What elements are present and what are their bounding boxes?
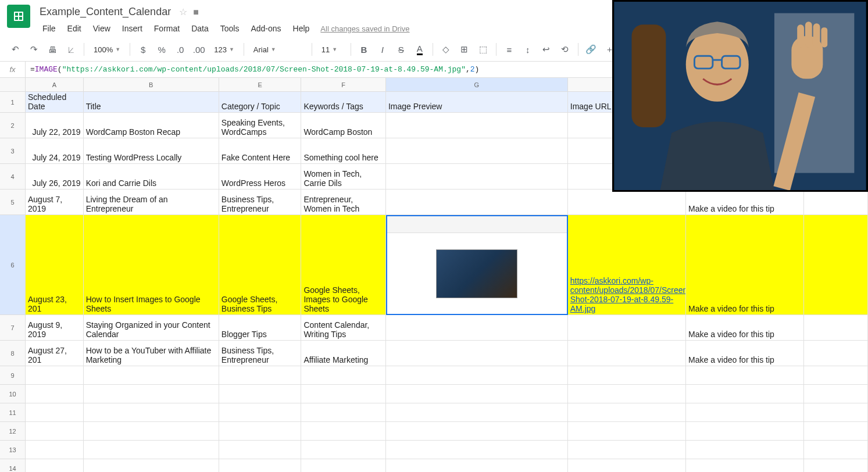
cell-J14[interactable] xyxy=(804,459,868,472)
cell-I14[interactable] xyxy=(686,459,804,472)
text-color-button[interactable]: A xyxy=(412,41,428,58)
cell-E11[interactable] xyxy=(219,403,302,422)
cell-G4[interactable] xyxy=(386,164,568,189)
row-header-13[interactable]: 13 xyxy=(0,441,26,459)
menu-edit[interactable]: Edit xyxy=(62,22,87,35)
cell-A14[interactable] xyxy=(26,459,84,472)
cell-B9[interactable] xyxy=(84,366,219,385)
rotate-button[interactable]: ⟲ xyxy=(557,41,573,58)
row-header-10[interactable]: 10 xyxy=(0,385,26,403)
merge-button[interactable]: ⬚ xyxy=(475,41,491,58)
print-button[interactable]: 🖶 xyxy=(44,41,60,58)
cell-B2[interactable]: WordCamp Boston Recap xyxy=(84,113,219,138)
cell-I12[interactable] xyxy=(686,422,804,441)
cell-H10[interactable] xyxy=(568,385,686,403)
row-header-1[interactable]: 1 xyxy=(0,92,26,113)
cell-E8[interactable]: Business Tips, Entrepreneur xyxy=(219,341,302,366)
image-url-link[interactable]: https://askkori.com/wp-content/uploads/2… xyxy=(570,276,686,313)
increase-decimal-button[interactable]: .00 xyxy=(191,41,207,58)
bold-button[interactable]: B xyxy=(356,41,372,58)
col-header-F[interactable]: F xyxy=(301,78,386,92)
halign-button[interactable]: ≡ xyxy=(501,41,517,58)
col-header-B[interactable]: B xyxy=(84,78,219,92)
cell-A13[interactable] xyxy=(26,441,84,459)
col-header-G[interactable]: G xyxy=(386,78,568,92)
link-button[interactable]: 🔗 xyxy=(583,41,599,58)
folder-icon[interactable]: ■ xyxy=(193,7,199,17)
cell-G1[interactable]: Image Preview xyxy=(386,92,568,113)
cell-J12[interactable] xyxy=(804,422,868,441)
cell-B12[interactable] xyxy=(84,422,219,441)
cell-I10[interactable] xyxy=(686,385,804,403)
cell-A9[interactable] xyxy=(26,366,84,385)
paint-format-button[interactable]: ⟀ xyxy=(63,41,79,58)
cell-E5[interactable]: Business Tips, Entrepreneur xyxy=(219,189,302,215)
select-all-corner[interactable] xyxy=(0,78,26,92)
menu-insert[interactable]: Insert xyxy=(117,22,148,35)
cell-J7[interactable] xyxy=(804,315,868,341)
redo-button[interactable]: ↷ xyxy=(26,41,42,58)
cell-B10[interactable] xyxy=(84,385,219,403)
row-header-4[interactable]: 4 xyxy=(0,164,26,189)
cell-B7[interactable]: Staying Organized in your Content Calend… xyxy=(84,315,219,341)
cell-G10[interactable] xyxy=(386,385,568,403)
cell-E12[interactable] xyxy=(219,422,302,441)
cell-F1[interactable]: Keywords / Tags xyxy=(301,92,386,113)
cell-G9[interactable] xyxy=(386,366,568,385)
menu-format[interactable]: Format xyxy=(149,22,185,35)
cell-G8[interactable] xyxy=(386,341,568,366)
cell-B3[interactable]: Testing WordPress Locally xyxy=(84,138,219,164)
sheets-logo[interactable] xyxy=(7,5,30,28)
undo-button[interactable]: ↶ xyxy=(7,41,23,58)
strike-button[interactable]: S xyxy=(393,41,409,58)
cell-F2[interactable]: WordCamp Boston xyxy=(301,113,386,138)
cell-A11[interactable] xyxy=(26,403,84,422)
cell-A2[interactable]: July 22, 2019 xyxy=(26,113,84,138)
cell-F13[interactable] xyxy=(301,441,386,459)
cell-E9[interactable] xyxy=(219,366,302,385)
menu-help[interactable]: Help xyxy=(288,22,315,35)
cell-E14[interactable] xyxy=(219,459,302,472)
cell-H11[interactable] xyxy=(568,403,686,422)
row-header-6[interactable]: 6 xyxy=(0,215,26,315)
cell-I5[interactable]: Make a video for this tip xyxy=(686,189,804,215)
row-header-2[interactable]: 2 xyxy=(0,113,26,138)
cell-H9[interactable] xyxy=(568,366,686,385)
cell-E4[interactable]: WordPress Heros xyxy=(219,164,302,189)
star-icon[interactable]: ☆ xyxy=(179,6,187,17)
fill-color-button[interactable]: ◇ xyxy=(438,41,454,58)
cell-I11[interactable] xyxy=(686,403,804,422)
cell-J11[interactable] xyxy=(804,403,868,422)
cell-G6[interactable] xyxy=(386,215,568,315)
cell-H14[interactable] xyxy=(568,459,686,472)
col-header-A[interactable]: A xyxy=(26,78,84,92)
cell-B5[interactable]: Living the Dream of an Entrepreneur xyxy=(84,189,219,215)
cell-G12[interactable] xyxy=(386,422,568,441)
doc-title[interactable]: Example_Content_Calendar xyxy=(37,5,173,19)
cell-F3[interactable]: Something cool here xyxy=(301,138,386,164)
font-size-select[interactable]: 11▼ xyxy=(317,41,346,58)
cell-F14[interactable] xyxy=(301,459,386,472)
valign-button[interactable]: ↕ xyxy=(520,41,536,58)
cell-J8[interactable] xyxy=(804,341,868,366)
cell-J9[interactable] xyxy=(804,366,868,385)
currency-button[interactable]: $ xyxy=(135,41,151,58)
cell-I9[interactable] xyxy=(686,366,804,385)
row-header-3[interactable]: 3 xyxy=(0,138,26,164)
cell-A1[interactable]: Scheduled Date xyxy=(26,92,84,113)
cell-J6[interactable] xyxy=(804,215,868,315)
cell-H8[interactable] xyxy=(568,341,686,366)
cell-F5[interactable]: Entrepreneur, Women in Tech xyxy=(301,189,386,215)
cell-J10[interactable] xyxy=(804,385,868,403)
cell-G2[interactable] xyxy=(386,113,568,138)
row-header-9[interactable]: 9 xyxy=(0,366,26,385)
cell-A5[interactable]: August 7, 2019 xyxy=(26,189,84,215)
percent-button[interactable]: % xyxy=(153,41,170,58)
row-header-5[interactable]: 5 xyxy=(0,189,26,215)
cell-A4[interactable]: July 26, 2019 xyxy=(26,164,84,189)
menu-tools[interactable]: Tools xyxy=(215,22,245,35)
cell-E13[interactable] xyxy=(219,441,302,459)
cell-F10[interactable] xyxy=(301,385,386,403)
number-format-select[interactable]: 123▼ xyxy=(209,41,239,58)
menu-data[interactable]: Data xyxy=(186,22,214,35)
